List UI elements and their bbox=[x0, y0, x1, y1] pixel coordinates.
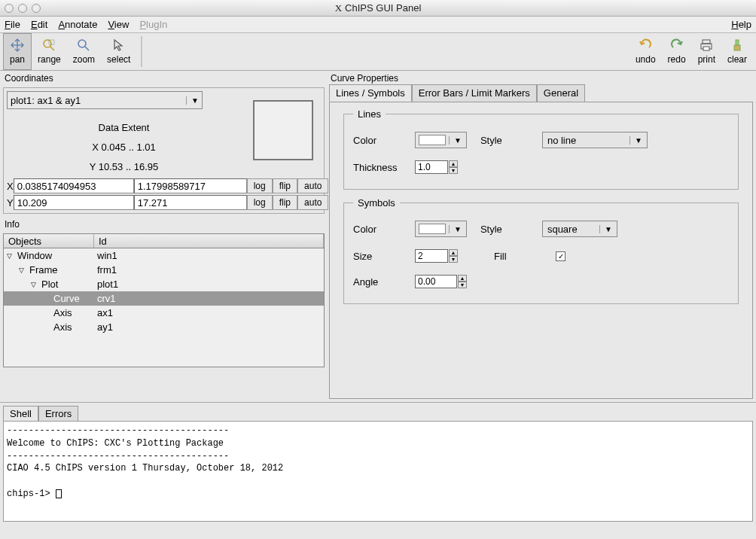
window-controls[interactable] bbox=[5, 4, 41, 13]
y-auto-button[interactable]: auto bbox=[297, 195, 328, 210]
print-icon bbox=[700, 38, 713, 52]
tree-row[interactable]: ▽Framefrm1 bbox=[4, 263, 324, 277]
tab-error-bars[interactable]: Error Bars / Limit Markers bbox=[412, 84, 537, 102]
symbol-color-label: Color bbox=[353, 224, 401, 235]
spin-down-icon[interactable]: ▼ bbox=[458, 282, 467, 288]
window-title: XChIPS GUI Panel bbox=[0, 2, 756, 14]
line-color-picker[interactable]: ▼ bbox=[415, 132, 467, 148]
menu-plugin[interactable]: PlugIn bbox=[139, 19, 167, 30]
size-spinner[interactable]: ▲▼ bbox=[415, 249, 458, 263]
menu-file[interactable]: File bbox=[5, 19, 20, 30]
menu-view[interactable]: View bbox=[108, 19, 129, 30]
prop-panel: Lines Color ▼ Style no line ▼ Thickness bbox=[329, 102, 753, 399]
prop-tabs: Lines / Symbols Error Bars / Limit Marke… bbox=[329, 84, 753, 102]
tool-redo[interactable]: redo bbox=[662, 33, 692, 70]
fill-checkbox[interactable]: ✓ bbox=[556, 251, 565, 261]
tree-obj-label: Frame bbox=[29, 264, 58, 276]
tool-range-label: range bbox=[38, 54, 61, 65]
col-objects[interactable]: Objects bbox=[4, 234, 94, 248]
y-log-button[interactable]: log bbox=[247, 195, 273, 210]
range-icon bbox=[42, 38, 56, 52]
tree-row[interactable]: ▽Plotplot1 bbox=[4, 277, 324, 291]
object-tree[interactable]: ▽Windowwin1▽Framefrm1▽Plotplot1Curvecrv1… bbox=[3, 248, 325, 367]
tool-zoom[interactable]: zoom bbox=[67, 33, 101, 70]
minimize-icon[interactable] bbox=[18, 4, 27, 13]
menu-help[interactable]: Help bbox=[731, 19, 751, 30]
y-min-input[interactable] bbox=[14, 195, 134, 210]
expand-icon[interactable]: ▽ bbox=[19, 266, 26, 274]
spin-down-icon[interactable]: ▼ bbox=[449, 256, 458, 263]
line-style-select[interactable]: no line ▼ bbox=[542, 132, 648, 148]
x-flip-button[interactable]: flip bbox=[273, 178, 297, 193]
symbol-color-picker[interactable]: ▼ bbox=[415, 221, 467, 237]
menubar: File Edit Annotate View PlugIn Help bbox=[0, 17, 756, 33]
tab-general[interactable]: General bbox=[537, 84, 585, 102]
tree-obj-label: Curve bbox=[53, 293, 80, 304]
shell-body[interactable]: ----------------------------------------… bbox=[3, 421, 753, 522]
size-label: Size bbox=[353, 251, 401, 262]
close-icon[interactable] bbox=[5, 4, 14, 13]
tree-row[interactable]: Axisax1 bbox=[4, 306, 324, 320]
main-area: Coordinates plot1: ax1 & ay1 ▼ Data Exte… bbox=[0, 71, 756, 402]
axis-preview bbox=[253, 100, 313, 160]
y-max-input[interactable] bbox=[134, 195, 247, 210]
tab-lines-symbols[interactable]: Lines / Symbols bbox=[329, 84, 412, 102]
right-column: Curve Properties Lines / Symbols Error B… bbox=[328, 71, 756, 402]
x-min-input[interactable] bbox=[14, 178, 134, 193]
redo-icon bbox=[670, 38, 684, 52]
tree-id-label: ax1 bbox=[97, 307, 113, 318]
col-id[interactable]: Id bbox=[94, 234, 324, 248]
tree-id-label: win1 bbox=[97, 250, 117, 261]
tool-clear[interactable]: clear bbox=[721, 33, 753, 70]
coordinates-panel: plot1: ax1 & ay1 ▼ Data Extent X 0.045 .… bbox=[3, 87, 325, 214]
zoom-window-icon[interactable] bbox=[32, 4, 41, 13]
chevron-down-icon: ▼ bbox=[629, 136, 647, 145]
line-style-value: no line bbox=[543, 135, 581, 146]
info-panel: Objects Id ▽Windowwin1▽Framefrm1▽Plotplo… bbox=[3, 233, 325, 367]
tree-row[interactable]: Axisay1 bbox=[4, 320, 324, 334]
symbol-style-select[interactable]: square ▼ bbox=[542, 221, 617, 237]
tool-select[interactable]: select bbox=[101, 33, 136, 70]
angle-spinner[interactable]: ▲▼ bbox=[415, 275, 467, 288]
tree-row[interactable]: Curvecrv1 bbox=[4, 291, 324, 306]
line-style-label: Style bbox=[480, 135, 529, 146]
x-auto-button[interactable]: auto bbox=[297, 178, 328, 193]
tool-clear-label: clear bbox=[727, 54, 747, 65]
menu-annotate[interactable]: Annotate bbox=[58, 19, 97, 30]
spin-up-icon[interactable]: ▲ bbox=[458, 275, 467, 282]
tool-undo[interactable]: undo bbox=[629, 33, 662, 70]
line-color-label: Color bbox=[353, 135, 401, 146]
angle-label: Angle bbox=[353, 276, 401, 288]
y-flip-button[interactable]: flip bbox=[273, 195, 297, 210]
thickness-input[interactable] bbox=[415, 160, 448, 174]
menu-edit[interactable]: Edit bbox=[31, 19, 47, 30]
x-axis-label: X bbox=[7, 181, 14, 192]
expand-icon[interactable]: ▽ bbox=[31, 281, 38, 288]
info-label: Info bbox=[3, 219, 325, 230]
tab-shell[interactable]: Shell bbox=[3, 406, 38, 421]
spin-up-icon[interactable]: ▲ bbox=[449, 160, 458, 167]
x-log-button[interactable]: log bbox=[247, 178, 273, 193]
color-swatch bbox=[419, 135, 446, 145]
symbols-group: Symbols Color ▼ Style square ▼ Size bbox=[343, 197, 739, 304]
tool-range[interactable]: range bbox=[32, 33, 67, 70]
titlebar: XChIPS GUI Panel bbox=[0, 0, 756, 17]
spin-down-icon[interactable]: ▼ bbox=[449, 167, 458, 174]
size-input[interactable] bbox=[415, 249, 448, 263]
tab-errors[interactable]: Errors bbox=[38, 406, 78, 421]
tool-pan[interactable]: pan bbox=[3, 33, 32, 70]
svg-rect-9 bbox=[703, 47, 709, 50]
thickness-spinner[interactable]: ▲▼ bbox=[415, 160, 458, 174]
angle-input[interactable] bbox=[415, 275, 457, 288]
tool-pan-label: pan bbox=[10, 54, 25, 65]
tree-row[interactable]: ▽Windowwin1 bbox=[4, 248, 324, 263]
toolbar-divider bbox=[141, 36, 142, 67]
spin-up-icon[interactable]: ▲ bbox=[449, 249, 458, 256]
tool-print[interactable]: print bbox=[692, 33, 721, 70]
coord-selector[interactable]: plot1: ax1 & ay1 ▼ bbox=[7, 91, 203, 109]
x-max-input[interactable] bbox=[134, 178, 247, 193]
expand-icon[interactable]: ▽ bbox=[7, 252, 14, 260]
pan-icon bbox=[11, 38, 24, 52]
coordinates-label: Coordinates bbox=[3, 73, 325, 84]
shell-area: Shell Errors ---------------------------… bbox=[0, 402, 756, 525]
